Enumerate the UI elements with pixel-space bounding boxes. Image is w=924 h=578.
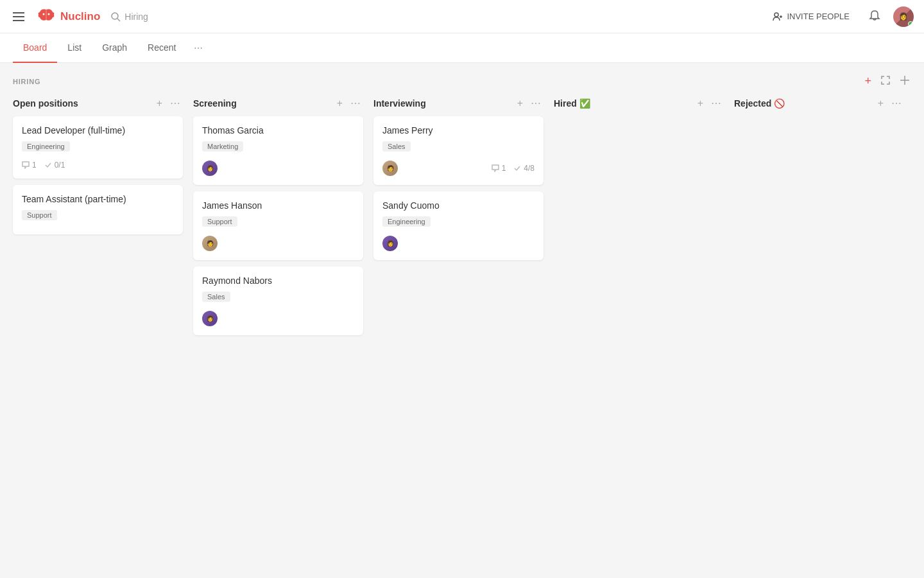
- card-meta: 1 0/1: [22, 161, 65, 170]
- column-menu-open-positions[interactable]: ⋯: [167, 97, 183, 110]
- column-menu-screening[interactable]: ⋯: [348, 97, 363, 110]
- tab-graph[interactable]: Graph: [92, 33, 137, 63]
- card-avatars: 👩: [382, 236, 398, 251]
- card-avatar: 🧑: [382, 161, 398, 176]
- column-title-rejected: Rejected 🚫: [734, 98, 873, 109]
- card-footer: 👩: [382, 236, 535, 251]
- card-title: Thomas Garcia: [202, 125, 354, 136]
- task-count: 4/8: [513, 164, 535, 173]
- add-column-button[interactable]: +: [863, 73, 873, 89]
- comment-count: 1: [22, 161, 37, 170]
- column-add-screening[interactable]: +: [334, 97, 345, 110]
- tab-more-button[interactable]: ⋯: [189, 34, 208, 62]
- column-hired: Hired ✅ + ⋯: [554, 97, 724, 116]
- card-footer: 1 0/1: [22, 161, 174, 170]
- svg-point-1: [48, 13, 50, 15]
- svg-point-2: [112, 13, 118, 19]
- column-add-interviewing[interactable]: +: [515, 97, 526, 110]
- column-rejected: Rejected 🚫 + ⋯: [734, 97, 904, 116]
- svg-line-3: [117, 19, 120, 21]
- search-bar[interactable]: Hiring: [110, 12, 148, 22]
- tab-recent[interactable]: Recent: [137, 33, 186, 63]
- card-tag: Marketing: [202, 141, 243, 152]
- svg-point-0: [43, 13, 45, 15]
- svg-point-4: [774, 13, 778, 17]
- column-interviewing: Interviewing + ⋯ James Perry Sales 🧑: [373, 97, 543, 267]
- card-avatars: 🧑: [202, 236, 218, 251]
- column-header-screening: Screening + ⋯: [193, 97, 363, 110]
- card-sandy-cuomo[interactable]: Sandy Cuomo Engineering 👩: [373, 191, 543, 260]
- card-raymond-nabors[interactable]: Raymond Nabors Sales 👩: [193, 267, 363, 335]
- tab-bar: Board List Graph Recent ⋯: [0, 33, 924, 63]
- column-title-open-positions: Open positions: [13, 98, 151, 109]
- card-tag: Sales: [382, 141, 411, 152]
- logo-text: Nuclino: [60, 10, 100, 23]
- column-add-open-positions[interactable]: +: [154, 97, 165, 110]
- card-footer: 🧑: [202, 236, 354, 251]
- tab-board[interactable]: Board: [13, 33, 57, 63]
- column-open-positions: Open positions + ⋯ Lead Developer (full-…: [13, 97, 183, 241]
- logo[interactable]: Nuclino: [37, 8, 100, 26]
- card-tag: Support: [22, 210, 57, 220]
- column-title-hired: Hired ✅: [554, 98, 692, 109]
- topbar-right: INVITE PEOPLE 👩: [766, 6, 914, 27]
- column-header-open-positions: Open positions + ⋯: [13, 97, 183, 110]
- card-footer: 👩: [202, 311, 354, 326]
- card-title: Lead Developer (full-time): [22, 125, 174, 136]
- card-avatars: 👩: [202, 311, 218, 326]
- board-header: HIRING +: [13, 73, 911, 89]
- card-title: James Perry: [382, 125, 535, 136]
- column-add-rejected[interactable]: +: [875, 97, 886, 110]
- search-text: Hiring: [124, 12, 148, 22]
- column-header-rejected: Rejected 🚫 + ⋯: [734, 97, 904, 110]
- invite-people-button[interactable]: INVITE PEOPLE: [766, 8, 856, 26]
- topbar: Nuclino Hiring INVITE PEOPLE: [0, 0, 924, 33]
- card-avatar: 👩: [202, 161, 218, 176]
- logo-icon: [37, 8, 55, 26]
- card-footer: 👩: [202, 161, 354, 176]
- column-menu-interviewing[interactable]: ⋯: [528, 97, 543, 110]
- board-title: HIRING: [13, 78, 40, 85]
- board-columns: Open positions + ⋯ Lead Developer (full-…: [13, 97, 911, 342]
- column-title-screening: Screening: [193, 98, 332, 109]
- user-avatar[interactable]: 👩: [893, 6, 914, 27]
- task-count: 0/1: [44, 161, 65, 170]
- card-lead-developer[interactable]: Lead Developer (full-time) Engineering 1: [13, 116, 183, 179]
- card-title: James Hanson: [202, 200, 354, 211]
- card-avatar: 👩: [382, 236, 398, 251]
- card-tag: Sales: [202, 292, 230, 302]
- column-title-interviewing: Interviewing: [373, 98, 512, 109]
- card-avatars: 🧑: [382, 161, 398, 176]
- card-title: Sandy Cuomo: [382, 200, 535, 211]
- card-tag: Engineering: [22, 141, 70, 152]
- card-title: Raymond Nabors: [202, 276, 354, 286]
- board-actions: +: [863, 73, 911, 89]
- invite-people-label: INVITE PEOPLE: [787, 12, 850, 21]
- card-thomas-garcia[interactable]: Thomas Garcia Marketing 👩: [193, 116, 363, 185]
- card-tag: Support: [202, 216, 237, 227]
- expand-button[interactable]: [879, 74, 892, 89]
- card-avatar: 👩: [202, 311, 218, 326]
- card-title: Team Assistant (part-time): [22, 194, 174, 204]
- card-james-hanson[interactable]: James Hanson Support 🧑: [193, 191, 363, 260]
- column-header-hired: Hired ✅ + ⋯: [554, 97, 724, 110]
- card-james-perry[interactable]: James Perry Sales 🧑 1: [373, 116, 543, 185]
- card-team-assistant[interactable]: Team Assistant (part-time) Support: [13, 185, 183, 234]
- column-add-hired[interactable]: +: [695, 97, 706, 110]
- card-avatar: 🧑: [202, 236, 218, 251]
- hamburger-menu[interactable]: [10, 10, 27, 24]
- card-tag: Engineering: [382, 216, 431, 227]
- card-avatars: 👩: [202, 161, 218, 176]
- card-footer: 🧑 1 4/8: [382, 161, 535, 176]
- column-screening: Screening + ⋯ Thomas Garcia Marketing 👩 …: [193, 97, 363, 342]
- notifications-button[interactable]: [866, 7, 883, 26]
- tab-list[interactable]: List: [57, 33, 92, 63]
- column-menu-rejected[interactable]: ⋯: [889, 97, 904, 110]
- board-container: HIRING + Open positions + ⋯: [0, 63, 924, 574]
- column-menu-hired[interactable]: ⋯: [708, 97, 724, 110]
- topbar-left: Nuclino Hiring: [10, 8, 766, 26]
- comment-count: 1: [492, 164, 506, 173]
- collapse-button[interactable]: [898, 74, 911, 89]
- column-header-interviewing: Interviewing + ⋯: [373, 97, 543, 110]
- online-indicator: [908, 21, 913, 26]
